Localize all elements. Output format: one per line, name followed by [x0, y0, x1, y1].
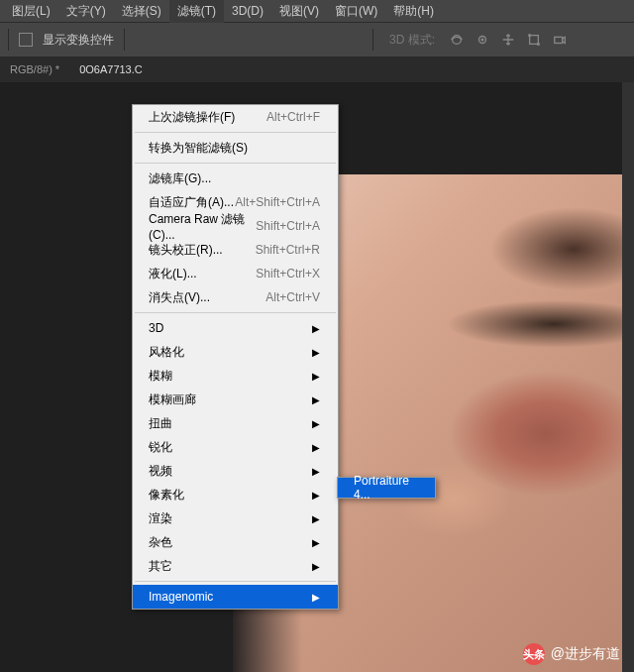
menubar: 图层(L) 文字(Y) 选择(S) 滤镜(T) 3D(D) 视图(V) 窗口(W…: [0, 0, 634, 22]
watermark: 头条 @进步有道: [523, 643, 620, 665]
menu-item-video[interactable]: 视频▶: [133, 459, 338, 483]
3d-mode-label: 3D 模式:: [389, 32, 435, 49]
filter-menu: 上次滤镜操作(F)Alt+Ctrl+F 转换为智能滤镜(S) 滤镜库(G)...…: [132, 104, 339, 610]
menu-select[interactable]: 选择(S): [114, 0, 169, 23]
menu-item-3d[interactable]: 3D▶: [133, 316, 338, 340]
menu-item-filter-gallery[interactable]: 滤镜库(G)...: [133, 167, 338, 190]
menu-view[interactable]: 视图(V): [271, 0, 327, 23]
chevron-right-icon: ▶: [312, 371, 320, 382]
chevron-right-icon: ▶: [312, 561, 320, 572]
3d-mode-icons: [449, 32, 568, 48]
chevron-right-icon: ▶: [312, 347, 320, 358]
chevron-right-icon: ▶: [312, 394, 320, 405]
menu-window[interactable]: 窗口(W): [327, 0, 385, 23]
menu-divider: [135, 132, 336, 133]
svg-point-5: [538, 44, 540, 46]
menu-item-last-filter[interactable]: 上次滤镜操作(F)Alt+Ctrl+F: [133, 105, 338, 129]
separator: [124, 29, 125, 51]
chevron-right-icon: ▶: [312, 537, 320, 548]
menu-item-stylize[interactable]: 风格化▶: [133, 340, 338, 364]
show-transform-checkbox[interactable]: [19, 33, 33, 47]
separator: [372, 29, 373, 51]
camera-icon[interactable]: [552, 32, 568, 48]
menu-divider: [135, 312, 336, 313]
svg-rect-3: [530, 36, 539, 45]
menu-item-vanishing-point[interactable]: 消失点(V)...Alt+Ctrl+V: [133, 285, 338, 309]
menu-divider: [135, 581, 336, 582]
menu-help[interactable]: 帮助(H): [385, 0, 442, 23]
svg-point-2: [481, 39, 483, 41]
menu-3d[interactable]: 3D(D): [224, 1, 271, 21]
pan-icon[interactable]: [475, 32, 490, 48]
chevron-right-icon: ▶: [312, 323, 320, 334]
watermark-author: @进步有道: [551, 645, 620, 663]
menu-item-blur[interactable]: 模糊▶: [133, 364, 338, 388]
chevron-right-icon: ▶: [312, 418, 320, 429]
tab-doc2[interactable]: 0O6A7713.C: [69, 58, 153, 80]
document-tabs: RGB/8#) * 0O6A7713.C: [0, 56, 634, 82]
chevron-right-icon: ▶: [312, 592, 320, 603]
move-icon[interactable]: [500, 32, 516, 48]
menu-type[interactable]: 文字(Y): [58, 0, 114, 23]
chevron-right-icon: ▶: [312, 466, 320, 477]
svg-rect-6: [555, 37, 563, 43]
options-bar: 显示变换控件 3D 模式:: [0, 22, 634, 56]
menu-layer[interactable]: 图层(L): [4, 0, 58, 23]
menu-item-distort[interactable]: 扭曲▶: [133, 411, 338, 435]
chevron-right-icon: ▶: [312, 513, 320, 524]
menu-item-imagenomic[interactable]: Imagenomic▶: [133, 585, 338, 609]
canvas-area: 上次滤镜操作(F)Alt+Ctrl+F 转换为智能滤镜(S) 滤镜库(G)...…: [0, 82, 634, 672]
show-transform-label: 显示变换控件: [43, 32, 114, 49]
menu-item-sharpen[interactable]: 锐化▶: [133, 435, 338, 459]
chevron-right-icon: ▶: [312, 442, 320, 453]
menu-item-noise[interactable]: 杂色▶: [133, 530, 338, 554]
menu-divider: [135, 163, 336, 164]
menu-item-camera-raw[interactable]: Camera Raw 滤镜(C)...Shift+Ctrl+A: [133, 214, 338, 238]
svg-point-4: [529, 35, 531, 37]
menu-item-blur-gallery[interactable]: 模糊画廊▶: [133, 388, 338, 411]
scale-icon[interactable]: [526, 32, 542, 48]
chevron-right-icon: ▶: [312, 490, 320, 501]
menu-item-other[interactable]: 其它▶: [133, 554, 338, 578]
menu-filter[interactable]: 滤镜(T): [169, 0, 224, 23]
menu-item-pixelate[interactable]: 像素化▶: [133, 483, 338, 506]
toutiao-logo-icon: 头条: [523, 643, 545, 665]
imagenomic-submenu: Portraiture 4...: [337, 477, 436, 499]
menu-item-render[interactable]: 渲染▶: [133, 506, 338, 530]
right-panel-strip[interactable]: [622, 82, 634, 672]
orbit-icon[interactable]: [449, 32, 465, 48]
separator: [8, 29, 9, 51]
submenu-item-portraiture[interactable]: Portraiture 4...: [338, 478, 435, 498]
menu-item-convert-smart[interactable]: 转换为智能滤镜(S): [133, 136, 338, 160]
menu-item-liquify[interactable]: 液化(L)...Shift+Ctrl+X: [133, 262, 338, 285]
menu-item-lens-correction[interactable]: 镜头校正(R)...Shift+Ctrl+R: [133, 238, 338, 262]
tab-doc1[interactable]: RGB/8#) *: [0, 58, 69, 80]
